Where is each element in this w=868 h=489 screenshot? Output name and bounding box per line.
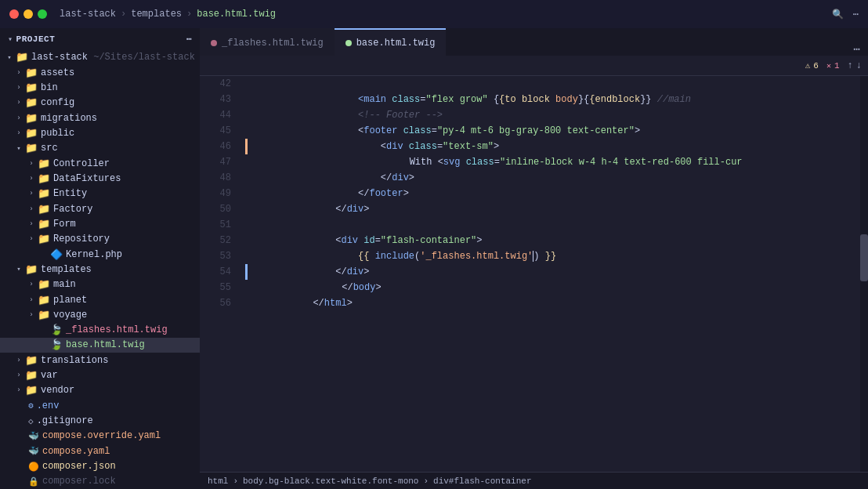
sidebar-item-kernel[interactable]: 🔷 Kernel.php (0, 247, 200, 262)
factory-label: Factory (53, 204, 92, 215)
code-line-56 (245, 295, 868, 311)
sidebar-item-planet[interactable]: › 📁 planet (0, 292, 200, 307)
warning-indicator[interactable]: ⚠ 6 (805, 60, 819, 71)
voyage-arrow: › (25, 311, 38, 319)
sidebar-item-main[interactable]: › 📁 main (0, 277, 200, 292)
code-line-42: <main class="flex grow" {{to block body}… (245, 76, 868, 92)
composer-json-icon: 🟠 (28, 462, 39, 472)
sidebar: ▾ Project ⋯ ▾ 📁 last-stack ~/Sites/last-… (0, 28, 200, 489)
search-icon[interactable]: 🔍 (832, 9, 844, 20)
sidebar-item-bin[interactable]: › 📁 bin (0, 80, 200, 95)
sidebar-item-form[interactable]: › 📁 Form (0, 216, 200, 231)
tree-root[interactable]: ▾ 📁 last-stack ~/Sites/last-stack (0, 50, 200, 65)
sidebar-item-composer-json[interactable]: 🟠 composer.json (0, 458, 200, 473)
code-lines: <main class="flex grow" {{to block body}… (239, 76, 868, 472)
controller-label: Controller (53, 158, 110, 169)
sidebar-item-translations[interactable]: › 📁 translations (0, 353, 200, 368)
sidebar-item-factory[interactable]: › 📁 Factory (0, 201, 200, 216)
kernel-icon: 🔷 (50, 248, 63, 261)
nav-up-icon[interactable]: ↑ (848, 60, 853, 71)
sidebar-item-src[interactable]: ▾ 📁 src (0, 141, 200, 156)
datafixtures-arrow: › (25, 175, 38, 183)
tab-flashes[interactable]: _flashes.html.twig (200, 28, 335, 56)
src-arrow: ▾ (13, 144, 25, 153)
sidebar-item-composer-lock[interactable]: 🔒 composer.lock (0, 474, 200, 489)
minimize-button[interactable] (24, 9, 33, 19)
sidebar-header-left: ▾ Project (8, 34, 55, 44)
var-icon: 📁 (25, 369, 38, 382)
code-line-55: </html> (245, 280, 868, 295)
main-layout: ▾ Project ⋯ ▾ 📁 last-stack ~/Sites/last-… (0, 28, 868, 489)
line-num-49: 49 (200, 186, 231, 201)
translations-label: translations (41, 355, 108, 366)
project-chevron[interactable]: ▾ (8, 34, 13, 44)
breadcrumb-item-2: templates (131, 9, 182, 20)
sidebar-item-compose-override[interactable]: 🐳 compose.override.yaml (0, 429, 200, 444)
sidebar-item-entity[interactable]: › 📁 Entity (0, 187, 200, 201)
project-menu-icon[interactable]: ⋯ (186, 34, 192, 44)
status-html: html (208, 476, 228, 486)
code-line-45: <div class="text-sm"> (245, 123, 868, 139)
composer-json-label: composer.json (42, 461, 116, 472)
sidebar-item-controller[interactable]: › 📁 Controller (0, 156, 200, 171)
breadcrumb-item-1: last-stack (60, 9, 116, 20)
line-num-42: 42 (200, 76, 231, 92)
editor-toolbar: ⚠ 6 ✕ 1 ↑ ↓ (200, 56, 868, 76)
line-num-50: 50 (200, 201, 231, 217)
sidebar-item-compose[interactable]: 🐳 compose.yaml (0, 444, 200, 458)
sidebar-item-flashes[interactable]: 🍃 _flashes.html.twig (0, 323, 200, 338)
form-arrow: › (25, 220, 38, 228)
editor-scrollbar-thumb[interactable] (860, 234, 868, 281)
code-line-53: </div> (245, 248, 868, 264)
sidebar-item-gitignore[interactable]: ◇ .gitignore (0, 413, 200, 428)
sidebar-item-vendor[interactable]: › 📁 vendor (0, 383, 200, 398)
root-label: last-stack ~/Sites/last-stack (31, 52, 195, 63)
maximize-button[interactable] (38, 9, 47, 19)
datafixtures-icon: 📁 (38, 172, 50, 185)
sidebar-item-var[interactable]: › 📁 var (0, 368, 200, 382)
base-tab-label: base.html.twig (356, 38, 436, 49)
vendor-arrow: › (13, 386, 25, 394)
vendor-icon: 📁 (25, 384, 38, 397)
sidebar-item-datafixtures[interactable]: › 📁 DataFixtures (0, 171, 200, 186)
var-arrow: › (13, 371, 25, 379)
sidebar-item-base[interactable]: 🍃 base.html.twig (0, 338, 200, 353)
sidebar-item-env[interactable]: ⚙ .env (0, 398, 200, 413)
var-label: var (41, 370, 58, 381)
warning-count: 6 (813, 61, 819, 71)
sidebar-item-config[interactable]: › 📁 config (0, 96, 200, 110)
assets-label: assets (41, 67, 74, 78)
breadcrumb: last-stack › templates › base.html.twig (60, 9, 276, 20)
line-num-54: 54 (200, 264, 231, 280)
sidebar-item-templates[interactable]: ▾ 📁 templates (0, 262, 200, 277)
public-icon: 📁 (25, 127, 38, 139)
editor-scrollbar[interactable] (860, 76, 868, 472)
sidebar-item-public[interactable]: › 📁 public (0, 125, 200, 140)
flashes-tab-icon (211, 40, 217, 46)
sidebar-item-repository[interactable]: › 📁 Repository (0, 232, 200, 247)
tab-base[interactable]: base.html.twig (335, 28, 447, 56)
migrations-arrow: › (13, 114, 25, 122)
status-sep-1: › (233, 476, 238, 486)
main-arrow: › (25, 281, 38, 288)
error-count: 1 (834, 61, 840, 71)
status-bar: html › body.bg-black.text-white.font-mon… (200, 472, 868, 489)
line-numbers: 42 43 44 45 46 47 48 49 50 51 52 53 54 5… (200, 76, 239, 472)
root-arrow: ▾ (3, 53, 16, 62)
close-button[interactable] (9, 9, 19, 19)
sidebar-item-voyage[interactable]: › 📁 voyage (0, 307, 200, 322)
repository-icon: 📁 (38, 233, 50, 245)
error-indicator[interactable]: ✕ 1 (826, 61, 840, 71)
config-arrow: › (13, 99, 25, 107)
gitignore-label: .gitignore (37, 415, 93, 426)
compose-label: compose.yaml (42, 446, 110, 457)
code-editor[interactable]: 42 43 44 45 46 47 48 49 50 51 52 53 54 5… (200, 76, 868, 472)
env-label: .env (37, 400, 60, 411)
compose-override-label: compose.override.yaml (42, 430, 161, 441)
menu-icon[interactable]: ⋯ (853, 9, 859, 20)
nav-down-icon[interactable]: ↓ (856, 60, 862, 71)
tab-menu-icon[interactable]: ⋯ (854, 42, 860, 56)
sidebar-item-assets[interactable]: › 📁 assets (0, 65, 200, 80)
sidebar-item-migrations[interactable]: › 📁 migrations (0, 110, 200, 125)
compose-icon: 🐳 (28, 446, 39, 456)
